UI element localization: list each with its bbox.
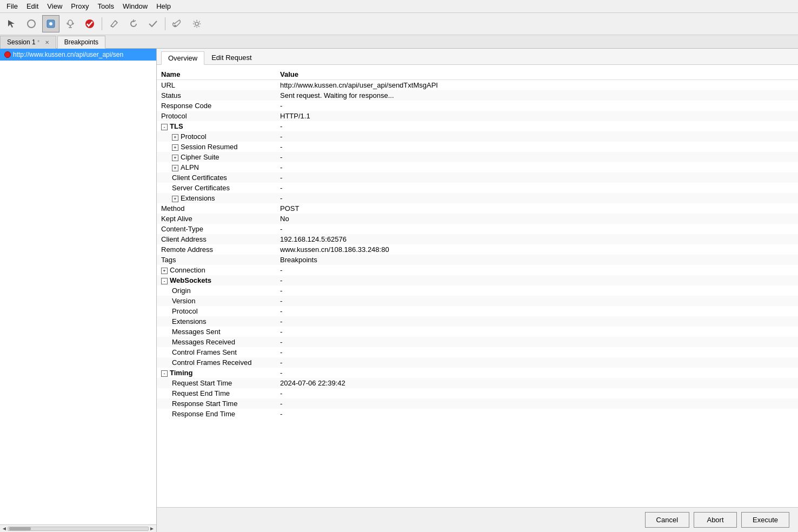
prop-value-cell: -: [276, 152, 798, 162]
execute-button[interactable]: Execute: [741, 512, 789, 528]
menu-edit[interactable]: Edit: [22, 1, 43, 11]
prop-name-cell: Protocol: [157, 306, 276, 316]
prop-value-cell: -: [276, 224, 798, 234]
table-row: Request Start Time2024-07-06 22:39:42: [157, 378, 798, 388]
expand-row-btn[interactable]: +: [172, 165, 178, 171]
prop-name-cell: Messages Sent: [157, 327, 276, 337]
prop-name-label: Connection: [170, 266, 205, 274]
prop-value-cell: -: [276, 357, 798, 368]
prop-value-cell: -: [276, 409, 798, 419]
scrollbar-thumb[interactable]: [9, 527, 31, 530]
sub-tab-editrequest[interactable]: Edit Request: [204, 51, 258, 64]
left-scrollbar[interactable]: ◄ ►: [0, 524, 156, 532]
prop-name-cell: Response Start Time: [157, 398, 276, 409]
prop-name-cell: +Cipher Suite: [157, 152, 276, 162]
prop-value-cell: -: [276, 183, 798, 193]
menu-window[interactable]: Window: [118, 1, 152, 11]
cancel-button[interactable]: Cancel: [645, 512, 689, 528]
menu-help[interactable]: Help: [152, 1, 175, 11]
table-row: Request End Time-: [157, 388, 798, 398]
prop-name-cell: -TLS: [157, 121, 276, 131]
prop-value-cell: 192.168.124.5:62576: [276, 234, 798, 244]
prop-value-cell: -: [276, 193, 798, 203]
toolbar-record-btn[interactable]: [62, 15, 79, 32]
svg-line-8: [111, 26, 113, 27]
scroll-left-arrow[interactable]: ◄: [1, 526, 8, 532]
left-scroll-area[interactable]: [0, 61, 156, 524]
table-row: +ALPN-: [157, 162, 798, 172]
prop-name-cell: Request End Time: [157, 388, 276, 398]
prop-value-cell: -: [276, 388, 798, 398]
expand-row-btn[interactable]: +: [172, 144, 178, 151]
expand-row-btn[interactable]: +: [161, 268, 168, 274]
scroll-right-arrow[interactable]: ►: [149, 526, 155, 532]
prop-name-cell: -Timing: [157, 368, 276, 378]
sub-tab-editrequest-label: Edit Request: [211, 54, 251, 62]
toolbar-refresh-btn[interactable]: [125, 15, 142, 32]
table-row: +Cipher Suite-: [157, 152, 798, 162]
prop-name-cell: Extensions: [157, 316, 276, 327]
table-row: +Extensions-: [157, 193, 798, 203]
table-row: Response Code-: [157, 101, 798, 111]
prop-value-cell: -: [276, 296, 798, 306]
table-row: Response End Time-: [157, 409, 798, 419]
tab-session1[interactable]: Session 1 * ✕: [0, 36, 56, 49]
tab-breakpoints[interactable]: Breakpoints: [57, 36, 105, 49]
col-value-header: Value: [276, 69, 798, 80]
collapse-group-btn[interactable]: -: [161, 370, 168, 377]
prop-value-cell: -: [276, 285, 798, 296]
table-row: Control Frames Received-: [157, 357, 798, 368]
table-row: Control Frames Sent-: [157, 347, 798, 357]
scrollbar-track[interactable]: [8, 527, 149, 531]
prop-value-cell: -: [276, 347, 798, 357]
toolbar-gear-btn[interactable]: [188, 15, 205, 32]
collapse-group-btn[interactable]: -: [161, 278, 168, 284]
prop-value-cell: -: [276, 398, 798, 409]
prop-name-cell: +ALPN: [157, 162, 276, 172]
toolbar-redcheck-btn[interactable]: [81, 15, 98, 32]
toolbar-wrench-btn[interactable]: [169, 15, 186, 32]
svg-marker-0: [8, 20, 15, 28]
prop-name-cell: Protocol: [157, 111, 276, 121]
props-table: Name Value URLhttp://www.kussen.cn/api/u…: [157, 65, 798, 507]
session-item[interactable]: http://www.kussen.cn/api/user_api/sen: [0, 49, 156, 61]
collapse-group-btn[interactable]: -: [161, 124, 168, 130]
tab-session1-close[interactable]: ✕: [45, 39, 49, 45]
prop-name-cell: Status: [157, 90, 276, 101]
menu-tools[interactable]: Tools: [94, 1, 118, 11]
table-row: -WebSockets-: [157, 275, 798, 285]
prop-name-cell: Server Certificates: [157, 183, 276, 193]
expand-row-btn[interactable]: +: [172, 196, 178, 202]
menu-file[interactable]: File: [2, 1, 22, 11]
expand-row-btn[interactable]: +: [172, 134, 178, 141]
prop-value-cell: Breakpoints: [276, 255, 798, 265]
menu-proxy[interactable]: Proxy: [66, 1, 93, 11]
tab-modified-indicator: *: [37, 39, 39, 45]
prop-name-cell: Kept Alive: [157, 214, 276, 224]
toolbar-pen-btn[interactable]: [105, 15, 123, 32]
sub-tab-overview-label: Overview: [168, 54, 197, 62]
prop-name-cell: Remote Address: [157, 244, 276, 255]
prop-value-cell: -: [276, 275, 798, 285]
prop-value-cell: 2024-07-06 22:39:42: [276, 378, 798, 388]
toolbar-intercept-btn[interactable]: [42, 15, 59, 32]
prop-name-cell: Request Start Time: [157, 378, 276, 388]
bottom-bar: Cancel Abort Execute: [157, 507, 798, 532]
table-row: Messages Received-: [157, 337, 798, 347]
menu-view[interactable]: View: [43, 1, 66, 11]
table-row: Client Address192.168.124.5:62576: [157, 234, 798, 244]
sub-tab-overview[interactable]: Overview: [161, 51, 204, 65]
prop-name-label: Cipher Suite: [181, 153, 220, 161]
prop-value-cell: -: [276, 172, 798, 183]
toolbar-pointer-btn[interactable]: [3, 15, 21, 32]
toolbar-checkmark-btn[interactable]: [144, 15, 162, 32]
svg-point-10: [174, 25, 176, 27]
prop-name-cell: Client Certificates: [157, 172, 276, 183]
properties-table: Name Value URLhttp://www.kussen.cn/api/u…: [157, 69, 798, 419]
abort-button[interactable]: Abort: [694, 512, 737, 528]
prop-value-cell: -: [276, 316, 798, 327]
toolbar-stop-btn[interactable]: [23, 15, 40, 32]
expand-row-btn[interactable]: +: [172, 155, 178, 161]
svg-point-1: [28, 20, 35, 28]
col-name-header: Name: [157, 69, 276, 80]
